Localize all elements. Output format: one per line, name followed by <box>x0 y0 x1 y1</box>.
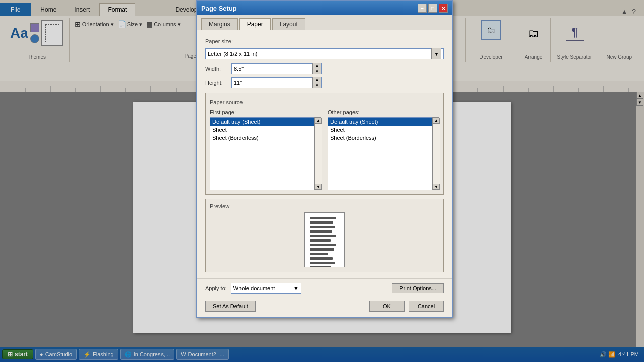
page-setup-dialog: Page Setup – □ ✕ Margins Paper Layout Pa… <box>196 0 453 318</box>
height-value[interactable]: 11" <box>232 80 312 86</box>
paper-source-section: Paper source First page: Default tray (S… <box>205 93 444 195</box>
other-pages-item-0[interactable]: Default tray (Sheet) <box>328 118 432 126</box>
apply-to-row: Apply to: Whole document ▼ <box>205 283 301 294</box>
first-page-item-1[interactable]: Sheet <box>210 126 314 134</box>
first-page-item-0[interactable]: Default tray (Sheet) <box>210 118 314 126</box>
preview-section: Preview <box>205 199 444 272</box>
dialog-minimize-btn[interactable]: – <box>418 4 427 13</box>
apply-to-arrow[interactable]: ▼ <box>293 285 299 291</box>
width-value[interactable]: 8.5" <box>232 66 312 72</box>
apply-to-label: Apply to: <box>205 285 227 291</box>
other-pages-item-1[interactable]: Sheet <box>328 126 432 134</box>
set-as-default-button[interactable]: Set As Default <box>205 301 256 312</box>
preview-line-12 <box>310 266 331 267</box>
first-page-label: First page: <box>210 109 321 115</box>
dialog-tabs: Margins Paper Layout <box>197 15 452 30</box>
modal-overlay: Page Setup – □ ✕ Margins Paper Layout Pa… <box>0 0 644 362</box>
ok-button[interactable]: OK <box>369 301 405 312</box>
width-spin-down[interactable]: ▼ <box>313 69 321 75</box>
other-pages-scrollbar[interactable]: ▲ ▼ <box>432 117 439 190</box>
other-pages-scroll-up[interactable]: ▲ <box>433 118 440 124</box>
first-page-col: First page: Default tray (Sheet) Sheet S… <box>210 109 321 190</box>
height-spin-down[interactable]: ▼ <box>313 83 321 89</box>
first-page-scroll-thumb <box>315 124 322 184</box>
paper-source-label: Paper source <box>210 99 439 105</box>
preview-line-3 <box>310 226 335 228</box>
dialog-action-row: Set As Default OK Cancel <box>197 298 452 317</box>
height-label: Height: <box>205 80 227 86</box>
dialog-title: Page Setup <box>201 5 237 12</box>
paper-size-row: Letter (8 1/2 x 11 in) ▼ <box>205 48 444 59</box>
preview-line-11 <box>310 262 335 264</box>
apply-to-value: Whole document <box>233 285 275 291</box>
preview-line-9 <box>310 253 328 255</box>
other-pages-label: Other pages: <box>328 109 439 115</box>
width-spin-up[interactable]: ▲ <box>313 63 321 69</box>
other-pages-list-container: Default tray (Sheet) Sheet Sheet (Border… <box>328 117 439 190</box>
first-page-scrollbar[interactable]: ▲ ▼ <box>314 117 321 190</box>
width-label: Width: <box>205 66 227 72</box>
dialog-bottom: Apply to: Whole document ▼ Print Options… <box>197 278 452 298</box>
other-pages-listbox[interactable]: Default tray (Sheet) Sheet Sheet (Border… <box>328 117 432 190</box>
tab-layout[interactable]: Layout <box>272 18 305 30</box>
source-columns: First page: Default tray (Sheet) Sheet S… <box>210 109 439 190</box>
preview-line-6 <box>310 239 331 242</box>
first-page-item-2[interactable]: Sheet (Borderless) <box>210 134 314 142</box>
dialog-close-btn[interactable]: ✕ <box>439 4 448 13</box>
width-spin-buttons: ▲ ▼ <box>312 63 321 74</box>
dialog-titlebar: Page Setup – □ ✕ <box>197 1 452 15</box>
ok-cancel-row: OK Cancel <box>369 301 444 312</box>
preview-label: Preview <box>210 203 439 209</box>
preview-line-8 <box>310 248 334 251</box>
first-page-scroll-down[interactable]: ▼ <box>315 184 322 190</box>
width-spinner[interactable]: 8.5" ▲ ▼ <box>231 63 322 74</box>
other-pages-col: Other pages: Default tray (Sheet) Sheet … <box>328 109 439 190</box>
other-pages-scroll-thumb <box>433 124 440 184</box>
preview-line-10 <box>310 257 333 260</box>
preview-line-1 <box>310 217 336 219</box>
dialog-title-buttons: – □ ✕ <box>418 4 448 13</box>
preview-line-5 <box>310 235 336 237</box>
preview-lines <box>305 213 344 267</box>
paper-size-dropdown-arrow[interactable]: ▼ <box>431 48 441 59</box>
print-options-button[interactable]: Print Options... <box>392 283 444 293</box>
height-spin-buttons: ▲ ▼ <box>312 77 321 88</box>
dialog-content: Paper size: Letter (8 1/2 x 11 in) ▼ Wid… <box>197 30 452 278</box>
preview-page <box>304 212 345 267</box>
paper-size-select[interactable]: Letter (8 1/2 x 11 in) ▼ <box>205 48 444 59</box>
first-page-scroll-up[interactable]: ▲ <box>315 118 322 124</box>
preview-line-7 <box>310 244 336 246</box>
paper-size-section-label: Paper size: <box>205 38 444 44</box>
tab-margins[interactable]: Margins <box>201 18 238 30</box>
height-spin-up[interactable]: ▲ <box>313 77 321 83</box>
first-page-listbox[interactable]: Default tray (Sheet) Sheet Sheet (Border… <box>210 117 314 190</box>
first-page-list-container: Default tray (Sheet) Sheet Sheet (Border… <box>210 117 321 190</box>
height-spinner[interactable]: 11" ▲ ▼ <box>231 77 322 88</box>
cancel-button[interactable]: Cancel <box>409 301 444 312</box>
paper-size-value: Letter (8 1/2 x 11 in) <box>208 51 257 57</box>
other-pages-scroll-down[interactable]: ▼ <box>433 184 440 190</box>
preview-line-2 <box>310 221 333 224</box>
apply-to-select[interactable]: Whole document ▼ <box>231 283 301 294</box>
height-row: Height: 11" ▲ ▼ <box>205 77 444 88</box>
tab-paper[interactable]: Paper <box>239 18 271 30</box>
preview-line-4 <box>310 230 332 233</box>
other-pages-item-2[interactable]: Sheet (Borderless) <box>328 134 432 142</box>
width-row: Width: 8.5" ▲ ▼ <box>205 63 444 74</box>
dialog-maximize-btn[interactable]: □ <box>428 4 437 13</box>
